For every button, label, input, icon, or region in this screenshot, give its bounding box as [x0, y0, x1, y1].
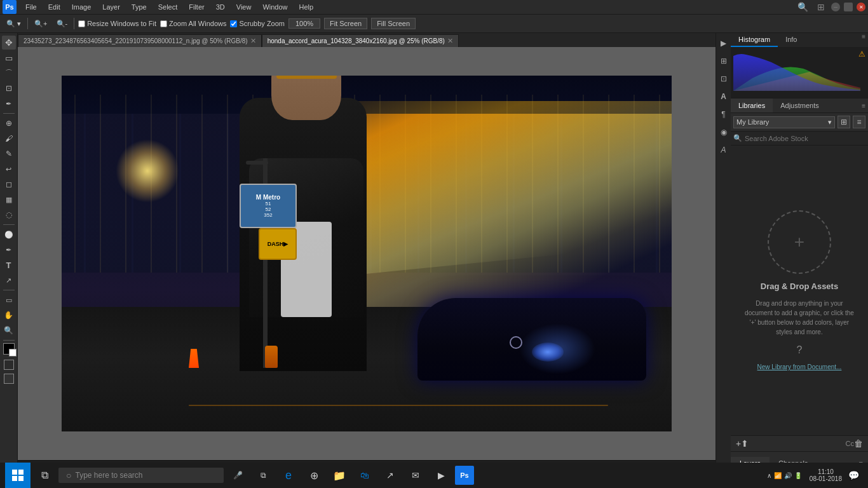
library-search-input[interactable] — [745, 135, 865, 142]
menu-help[interactable]: Help — [294, 2, 319, 12]
minimize-btn[interactable]: ─ — [831, 3, 840, 11]
zoom-input[interactable] — [288, 18, 320, 29]
eyedropper-tool[interactable]: ✒ — [2, 97, 16, 111]
panel-icon-type2[interactable]: A — [717, 144, 730, 156]
libraries-collapse-btn[interactable]: ≡ — [859, 102, 868, 109]
path-select-tool[interactable]: ↗ — [2, 273, 16, 287]
start-button[interactable] — [5, 463, 31, 488]
spot-heal-tool[interactable]: ⊕ — [2, 116, 16, 130]
maximize-btn[interactable] — [844, 3, 853, 11]
new-library-link[interactable]: New Library from Document... — [757, 363, 842, 370]
zoom-tool-btn[interactable]: 🔍 ▾ — [4, 18, 24, 29]
panel-icon-type[interactable]: A — [717, 90, 730, 103]
scrubby-zoom-label[interactable]: Scrubby Zoom — [230, 20, 285, 27]
blur-tool[interactable]: ◌ — [2, 208, 16, 222]
add-asset-btn[interactable]: + — [736, 438, 741, 449]
tab-1[interactable]: 23435273_2234876563405654_22019107395080… — [18, 34, 262, 47]
histogram-collapse-btn[interactable]: ≡ — [859, 33, 868, 47]
resize-windows-label[interactable]: Resize Windows to Fit — [78, 20, 156, 27]
history-brush-tool[interactable]: ↩ — [2, 162, 16, 176]
grid-view-btn[interactable]: ⊞ — [837, 116, 850, 128]
taskbar-search[interactable]: ○ Type here to search — [58, 468, 224, 483]
task-view-btn[interactable]: ⧉ — [33, 463, 56, 488]
scrubby-zoom-checkbox[interactable] — [230, 20, 237, 27]
menu-layer[interactable]: Layer — [97, 2, 125, 12]
zoom-tool[interactable]: 🔍 — [2, 323, 16, 337]
menu-window[interactable]: Window — [257, 2, 292, 12]
workspace-icon[interactable]: ⊞ — [815, 2, 827, 12]
histogram-tab[interactable]: Histogram — [731, 33, 778, 47]
menu-edit[interactable]: Edit — [43, 2, 65, 12]
document-tabs: 23435273_2234876563405654_22019107395080… — [18, 33, 715, 47]
panel-icon-para[interactable]: ¶ — [717, 108, 730, 121]
marquee-tool[interactable]: ▭ — [2, 51, 16, 65]
close-btn[interactable]: ✕ — [857, 3, 865, 11]
menu-file[interactable]: File — [20, 2, 42, 12]
taskbar-ps-icon[interactable]: Ps — [455, 466, 474, 485]
info-tab[interactable]: Info — [778, 33, 804, 47]
taskbar-chrome-icon[interactable]: ⊕ — [302, 463, 325, 488]
network-icon[interactable]: 📶 — [774, 472, 782, 479]
zoom-all-windows-label[interactable]: Zoom All Windows — [160, 20, 226, 27]
brush-tool[interactable]: 🖌 — [2, 132, 16, 146]
taskbar-store-icon[interactable]: 🛍 — [353, 463, 376, 488]
task-view-icon[interactable]: ⧉ — [252, 463, 275, 488]
fill-screen-btn[interactable]: Fill Screen — [371, 18, 416, 29]
delete-asset-btn[interactable]: 🗑 — [854, 438, 863, 449]
adjustments-tab[interactable]: Adjustments — [773, 98, 827, 112]
menu-view[interactable]: View — [231, 2, 257, 12]
quick-mask-btn[interactable] — [4, 360, 14, 370]
taskbar-explorer-icon[interactable]: 📁 — [328, 463, 351, 488]
resize-windows-checkbox[interactable] — [78, 20, 85, 27]
fit-screen-btn[interactable]: Fit Screen — [324, 18, 367, 29]
crop-tool[interactable]: ⊡ — [2, 81, 16, 95]
taskbar-arrow-icon[interactable]: ↗ — [379, 463, 402, 488]
zoom-in-btn[interactable]: 🔍+ — [32, 18, 50, 29]
battery-icon[interactable]: 🔋 — [794, 472, 802, 479]
system-clock[interactable]: 11:10 08-01-2018 — [810, 468, 842, 482]
menu-select[interactable]: Select — [153, 2, 183, 12]
tab-close-2[interactable]: ✕ — [447, 37, 453, 45]
upload-btn[interactable]: ⬆ — [741, 438, 749, 449]
panel-icon-grid[interactable]: ⊞ — [717, 55, 730, 67]
eraser-tool[interactable]: ◻ — [2, 177, 16, 191]
menu-3d[interactable]: 3D — [211, 2, 230, 12]
menu-type[interactable]: Type — [126, 2, 152, 12]
help-icon[interactable]: ? — [797, 344, 803, 356]
tab-close-1[interactable]: ✕ — [250, 37, 256, 45]
taskbar-mail-icon[interactable]: ✉ — [404, 463, 427, 488]
canvas-viewport[interactable]: M Metro 51 52 352 DASH▶ — [18, 47, 715, 460]
hand-tool[interactable]: ✋ — [2, 308, 16, 322]
gradient-tool[interactable]: ▦ — [2, 193, 16, 207]
text-tool[interactable]: T — [2, 258, 16, 272]
panel-icon-3d[interactable]: ◉ — [717, 126, 730, 139]
taskbar-edge-icon[interactable]: e — [277, 463, 300, 488]
search-icon[interactable]: 🔍 — [792, 2, 813, 12]
plus-icon: + — [794, 232, 804, 252]
menu-filter[interactable]: Filter — [184, 2, 209, 12]
dodge-tool[interactable]: ⚪ — [2, 227, 16, 241]
menu-image[interactable]: Image — [67, 2, 97, 12]
zoom-out-btn[interactable]: 🔍- — [54, 18, 71, 29]
toolbar: 🔍 ▾ 🔍+ 🔍- Resize Windows to Fit Zoom All… — [0, 14, 868, 33]
panel-icon-layers[interactable]: ⊡ — [717, 72, 730, 85]
screen-mode-btn[interactable] — [4, 374, 14, 384]
notification-icon[interactable]: 💬 — [844, 470, 863, 480]
tab-2[interactable]: honda_accord_acura_104328_3840x2160.jpg … — [262, 34, 459, 47]
library-dropdown[interactable]: My Library ▾ — [733, 116, 835, 128]
clone-stamp-tool[interactable]: ✎ — [2, 147, 16, 161]
pen-tool[interactable]: ✒ — [2, 243, 16, 257]
move-tool[interactable]: ✥ — [2, 36, 16, 50]
voice-search-btn[interactable]: 🎤 — [226, 463, 249, 488]
library-search-bar: 🔍 — [731, 132, 868, 146]
foreground-color[interactable] — [3, 343, 15, 355]
panel-icon-play[interactable]: ▶ — [717, 37, 730, 50]
volume-icon[interactable]: 🔊 — [784, 472, 792, 479]
rect-shape-tool[interactable]: ▭ — [2, 293, 16, 307]
lasso-tool[interactable]: ⌒ — [2, 66, 16, 80]
list-view-btn[interactable]: ≡ — [853, 116, 865, 128]
taskbar-media-icon[interactable]: ▶ — [430, 463, 452, 488]
tray-expand-icon[interactable]: ∧ — [767, 472, 771, 479]
zoom-all-windows-checkbox[interactable] — [160, 20, 167, 27]
libraries-tab[interactable]: Libraries — [731, 98, 773, 112]
